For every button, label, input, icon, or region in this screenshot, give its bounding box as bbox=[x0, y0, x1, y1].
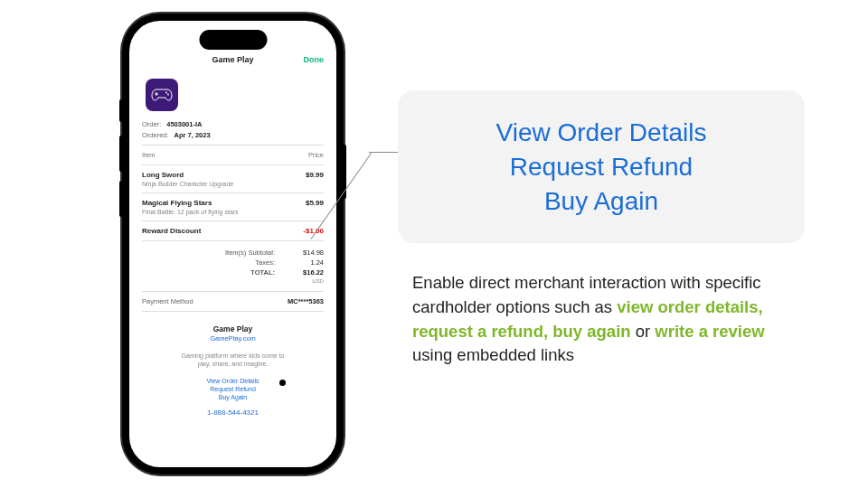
callout-line-1: View Order Details bbox=[421, 116, 781, 150]
desc-text: or bbox=[631, 322, 656, 341]
line-item: Magical Flying Stars $5.99 Final Battle:… bbox=[142, 199, 324, 215]
item-price: $9.99 bbox=[306, 171, 324, 179]
item-header-row: Item Price bbox=[142, 151, 324, 159]
divider bbox=[142, 145, 324, 145]
divider bbox=[142, 164, 324, 165]
subtotal-label: Item(s) Subtotal: bbox=[225, 249, 275, 257]
merchant-app-icon bbox=[146, 79, 178, 111]
link-view-order-details[interactable]: View Order Details bbox=[142, 377, 324, 385]
divider bbox=[142, 291, 324, 292]
total-value: $16.22 bbox=[293, 268, 324, 277]
dynamic-island bbox=[199, 30, 267, 50]
nav-bar: Game Play Done bbox=[142, 53, 324, 73]
merchant-name: Game Play bbox=[142, 324, 324, 333]
taxes-value: 1.24 bbox=[293, 258, 324, 267]
merchant-links-block: View Order Details Request Refund Buy Ag… bbox=[142, 377, 324, 401]
phone-volume-up bbox=[119, 136, 122, 172]
callout-line-3: Buy Again bbox=[421, 184, 781, 219]
phone-volume-down bbox=[119, 181, 122, 217]
currency-label: USD bbox=[142, 278, 324, 284]
line-item: Long Sword $9.99 Ninja Builder Character… bbox=[142, 171, 324, 187]
order-date: Apr 7, 2023 bbox=[175, 131, 211, 139]
desc-highlight: write a review bbox=[655, 322, 764, 341]
desc-text: using embedded links bbox=[412, 345, 574, 364]
done-button[interactable]: Done bbox=[304, 55, 325, 64]
discount-label: Reward Discount bbox=[142, 227, 201, 235]
divider bbox=[142, 240, 324, 241]
price-header-label: Price bbox=[308, 151, 324, 159]
item-desc: Ninja Builder Character Upgrade bbox=[142, 181, 324, 187]
link-request-refund[interactable]: Request Refund bbox=[142, 385, 324, 393]
svg-point-3 bbox=[167, 94, 169, 96]
link-buy-again[interactable]: Buy Again bbox=[142, 393, 324, 401]
discount-row: Reward Discount -$1.00 bbox=[142, 227, 324, 235]
order-label: Order: bbox=[142, 120, 161, 128]
divider bbox=[142, 221, 324, 221]
total-label: TOTAL: bbox=[250, 268, 275, 277]
order-number-row: Order: 4503001-IA bbox=[142, 120, 324, 128]
callout-line-2: Request Refund bbox=[421, 150, 781, 184]
divider bbox=[142, 311, 324, 312]
payment-method-row: Payment Method MC****5363 bbox=[142, 297, 324, 305]
divider bbox=[142, 192, 324, 193]
phone-screen: Game Play Done Order: 4503001-IA Ordered… bbox=[129, 21, 336, 467]
feature-description: Enable direct merchant interaction with … bbox=[412, 271, 801, 368]
item-name: Magical Flying Stars bbox=[142, 199, 212, 207]
nav-title: Game Play bbox=[212, 55, 253, 64]
order-date-label: Ordered: bbox=[142, 131, 169, 139]
totals-block: Item(s) Subtotal: $14.98 Taxes: 1.24 TOT… bbox=[142, 249, 324, 284]
subtotal-value: $14.98 bbox=[293, 249, 324, 257]
payment-label: Payment Method bbox=[142, 297, 193, 305]
phone-mockup-frame: Game Play Done Order: 4503001-IA Ordered… bbox=[122, 14, 344, 474]
merchant-url-link[interactable]: GamePlay.com bbox=[142, 334, 324, 343]
order-date-row: Ordered: Apr 7, 2023 bbox=[142, 131, 324, 139]
phone-mute-switch bbox=[119, 99, 122, 122]
taxes-label: Taxes: bbox=[255, 258, 275, 267]
merchant-tagline: Gaming platform where kids come to play,… bbox=[142, 352, 324, 368]
order-number: 4503001-IA bbox=[166, 120, 202, 128]
item-price: $5.99 bbox=[306, 199, 324, 207]
svg-point-2 bbox=[165, 92, 167, 94]
merchant-phone-link[interactable]: 1-888-544-4321 bbox=[142, 408, 324, 417]
payment-value: MC****5363 bbox=[288, 297, 324, 305]
item-header-label: Item bbox=[142, 151, 156, 159]
feature-callout-box: View Order Details Request Refund Buy Ag… bbox=[398, 90, 805, 243]
item-desc: Final Battle: 12 pack of flying stars bbox=[142, 209, 324, 215]
item-name: Long Sword bbox=[142, 171, 184, 179]
receipt-view: Game Play Done Order: 4503001-IA Ordered… bbox=[129, 21, 336, 417]
gamepad-icon bbox=[151, 88, 173, 102]
merchant-info-block: Game Play GamePlay.com Gaming platform w… bbox=[142, 324, 324, 417]
